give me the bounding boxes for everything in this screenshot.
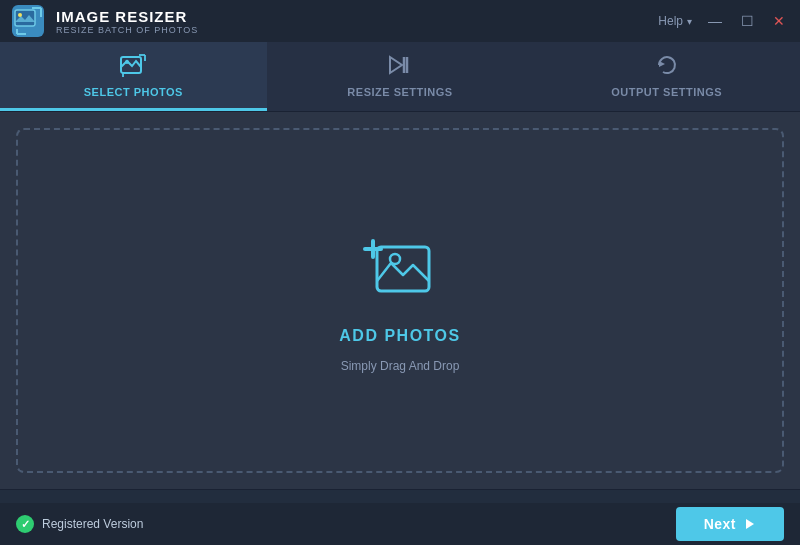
- titlebar-left: IMAGE RESIZER RESIZE BATCH OF PHOTOS: [12, 5, 198, 37]
- tab-select-photos-label: SELECT PHOTOS: [84, 86, 183, 98]
- status-left: ✓ Registered Version: [16, 515, 143, 533]
- tab-resize-settings[interactable]: RESIZE SETTINGS: [267, 42, 534, 111]
- main-content: ADD PHOTOS Simply Drag And Drop: [0, 112, 800, 489]
- close-button[interactable]: ✕: [770, 13, 788, 29]
- app-icon: [12, 5, 44, 37]
- select-photos-icon: [119, 53, 147, 81]
- svg-point-4: [18, 13, 22, 17]
- titlebar-right: Help ▾ — ☐ ✕: [658, 13, 788, 29]
- titlebar: IMAGE RESIZER RESIZE BATCH OF PHOTOS Hel…: [0, 0, 800, 42]
- status-bar: ✓ Registered Version Next: [0, 503, 800, 545]
- app-subtitle: RESIZE BATCH OF PHOTOS: [56, 25, 198, 35]
- svg-point-10: [125, 60, 129, 64]
- add-photos-subtitle: Simply Drag And Drop: [341, 359, 460, 373]
- maximize-button[interactable]: ☐: [738, 13, 756, 29]
- tab-output-settings-label: OUTPUT SETTINGS: [611, 86, 722, 98]
- resize-settings-icon: [386, 53, 414, 81]
- tab-resize-settings-label: RESIZE SETTINGS: [347, 86, 452, 98]
- next-button[interactable]: Next: [676, 507, 784, 541]
- dropzone[interactable]: ADD PHOTOS Simply Drag And Drop: [16, 128, 784, 473]
- svg-marker-15: [390, 57, 402, 73]
- app-title-block: IMAGE RESIZER RESIZE BATCH OF PHOTOS: [56, 8, 198, 35]
- registered-text: Registered Version: [42, 517, 143, 531]
- svg-rect-1: [15, 10, 35, 26]
- tab-select-photos[interactable]: SELECT PHOTOS: [0, 42, 267, 111]
- minimize-button[interactable]: —: [706, 13, 724, 29]
- tab-output-settings[interactable]: OUTPUT SETTINGS: [533, 42, 800, 111]
- svg-marker-18: [659, 61, 665, 67]
- add-photos-icon: [355, 229, 445, 313]
- svg-marker-37: [746, 519, 754, 529]
- svg-point-22: [390, 254, 400, 264]
- help-button[interactable]: Help ▾: [658, 14, 692, 28]
- output-settings-icon: [653, 53, 681, 81]
- next-arrow-icon: [744, 518, 756, 530]
- app-title: IMAGE RESIZER: [56, 8, 198, 25]
- registered-icon: ✓: [16, 515, 34, 533]
- add-photos-title: ADD PHOTOS: [339, 327, 460, 345]
- tabs-bar: SELECT PHOTOS RESIZE SETTINGS OUTPUT SET…: [0, 42, 800, 112]
